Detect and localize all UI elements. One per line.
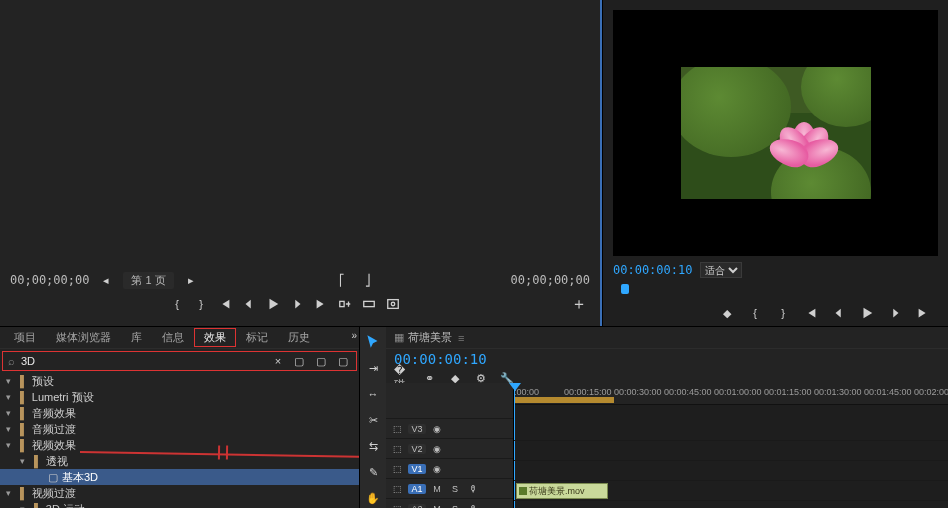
track-target-A2[interactable]: A2 [408, 504, 426, 509]
mic-icon[interactable]: 🎙 [466, 504, 480, 509]
go-to-in-icon[interactable] [216, 295, 234, 313]
prog-out-icon[interactable]: } [774, 304, 792, 322]
folder-icon: ▌ [20, 391, 28, 403]
lock-icon[interactable]: ⬚ [390, 484, 404, 494]
track-target-V2[interactable]: V2 [408, 444, 426, 454]
preset-box2-icon[interactable]: ▢ [312, 352, 330, 370]
source-tc-out[interactable]: 00;00;00;00 [511, 273, 590, 287]
razor-tool-icon[interactable]: ✂ [364, 411, 382, 429]
track-select-tool-icon[interactable]: ⇥ [364, 359, 382, 377]
preset-filter-icons: ▢ ▢ ▢ [286, 352, 356, 370]
mark-out-icon[interactable]: } [192, 295, 210, 313]
sequence-title[interactable]: 荷塘美景 [408, 330, 452, 345]
zoom-fit-select[interactable]: 适合 [700, 262, 742, 278]
lock-icon[interactable]: ⬚ [390, 464, 404, 474]
solo-toggle[interactable]: S [448, 484, 462, 494]
mute-toggle[interactable]: M [430, 484, 444, 494]
insert-icon[interactable] [336, 295, 354, 313]
folder-3D 运动[interactable]: ▾▌3D 运动 [0, 501, 359, 508]
program-scrubber[interactable] [613, 284, 938, 300]
node-label: 音频效果 [32, 406, 76, 421]
time-ruler[interactable]: :00:0000:00:15:0000:00:30:0000:00:45:000… [514, 383, 948, 405]
tab-项目[interactable]: 项目 [4, 328, 46, 347]
tab-库[interactable]: 库 [121, 328, 152, 347]
prog-step-back-icon[interactable] [830, 304, 848, 322]
folder-音频效果[interactable]: ▾▌音频效果 [0, 405, 359, 421]
tab-历史[interactable]: 历史 [278, 328, 320, 347]
clip-item[interactable]: 荷塘美景.mov [516, 483, 608, 499]
video-track-V1[interactable]: 荷塘美景.mov [514, 481, 948, 501]
hand-tool-icon[interactable]: ✋ [364, 489, 382, 507]
slip-tool-icon[interactable]: ⇆ [364, 437, 382, 455]
folder-视频过渡[interactable]: ▾▌视频过渡 [0, 485, 359, 501]
effects-search-input[interactable] [19, 355, 270, 367]
prog-go-out-icon[interactable] [914, 304, 932, 322]
step-fwd-icon[interactable] [288, 295, 306, 313]
source-monitor-view[interactable] [0, 0, 600, 266]
folder-Lumetri 预设[interactable]: ▾▌Lumetri 预设 [0, 389, 359, 405]
mark-in-icon[interactable]: { [168, 295, 186, 313]
eye-icon[interactable]: ◉ [430, 444, 444, 454]
prog-step-fwd-icon[interactable] [886, 304, 904, 322]
eye-icon[interactable]: ◉ [430, 424, 444, 434]
page-prev-icon[interactable]: ◂ [97, 271, 115, 289]
chevron-down-icon: ▾ [6, 408, 16, 418]
tab-效果[interactable]: 效果 [194, 328, 236, 347]
selection-tool-icon[interactable] [364, 333, 382, 351]
program-monitor-view[interactable] [613, 10, 938, 256]
preset-box1-icon[interactable]: ▢ [290, 352, 308, 370]
effects-tree[interactable]: ▾▌预设▾▌Lumetri 预设▾▌音频效果▾▌音频过渡▾▌视频效果▾▌透视▢基… [0, 373, 359, 508]
page-indicator[interactable]: 第 1 页 [123, 272, 173, 289]
video-track-V3[interactable] [514, 441, 948, 461]
tab-媒体浏览器[interactable]: 媒体浏览器 [46, 328, 121, 347]
play-icon[interactable] [264, 295, 282, 313]
tab-标记[interactable]: 标记 [236, 328, 278, 347]
prog-in-icon[interactable]: { [746, 304, 764, 322]
ripple-tool-icon[interactable]: ↔ [364, 385, 382, 403]
prog-go-in-icon[interactable] [802, 304, 820, 322]
seq-menu-icon[interactable]: ≡ [458, 332, 464, 344]
page-next-icon[interactable]: ▸ [182, 271, 200, 289]
prog-play-icon[interactable] [858, 304, 876, 322]
solo-toggle[interactable]: S [448, 504, 462, 509]
pen-tool-icon[interactable]: ✎ [364, 463, 382, 481]
lock-icon[interactable]: ⬚ [390, 504, 404, 509]
folder-icon: ▌ [34, 503, 42, 508]
source-tc-in[interactable]: 00;00;00;00 [10, 273, 89, 287]
go-to-out-icon[interactable] [312, 295, 330, 313]
timeline-area[interactable]: :00:0000:00:15:0000:00:30:0000:00:45:000… [514, 383, 948, 508]
mic-icon[interactable]: 🎙 [466, 484, 480, 494]
prog-marker-icon[interactable]: ◆ [718, 304, 736, 322]
export-frame-icon[interactable] [384, 295, 402, 313]
tabs-overflow-icon[interactable]: » [351, 330, 357, 341]
bracket-in-icon[interactable]: ⎡ [333, 271, 351, 289]
seq-icon: ▦ [394, 331, 404, 344]
track-target-A1[interactable]: A1 [408, 484, 426, 494]
mute-toggle[interactable]: M [430, 504, 444, 509]
folder-预设[interactable]: ▾▌预设 [0, 373, 359, 389]
time-mark: 00:00:15:00 [564, 387, 612, 397]
lock-icon[interactable]: ⬚ [390, 444, 404, 454]
eye-icon[interactable]: ◉ [430, 464, 444, 474]
track-target-V3[interactable]: V3 [408, 424, 426, 434]
track-target-V1[interactable]: V1 [408, 464, 426, 474]
folder-音频过渡[interactable]: ▾▌音频过渡 [0, 421, 359, 437]
time-mark: 00:01:45:00 [864, 387, 912, 397]
program-playhead-icon[interactable] [621, 284, 629, 294]
timeline-tc[interactable]: 00:00:00:10 [394, 351, 940, 367]
step-back-icon[interactable] [240, 295, 258, 313]
add-button-icon[interactable]: ＋ [568, 293, 590, 315]
preset-box3-icon[interactable]: ▢ [334, 352, 352, 370]
program-tc[interactable]: 00:00:00:10 [613, 263, 692, 277]
bracket-out-icon[interactable]: ⎦ [359, 271, 377, 289]
audio-track-A1[interactable] [514, 501, 948, 508]
tab-信息[interactable]: 信息 [152, 328, 194, 347]
video-track-V2[interactable] [514, 461, 948, 481]
clear-search-icon[interactable]: × [270, 355, 286, 367]
effect-基本3D[interactable]: ▢基本3D [0, 469, 359, 485]
lock-icon[interactable]: ⬚ [390, 424, 404, 434]
folder-视频效果[interactable]: ▾▌视频效果 [0, 437, 359, 453]
overwrite-icon[interactable] [360, 295, 378, 313]
svg-rect-1 [364, 301, 375, 306]
work-area-bar[interactable] [514, 397, 614, 403]
